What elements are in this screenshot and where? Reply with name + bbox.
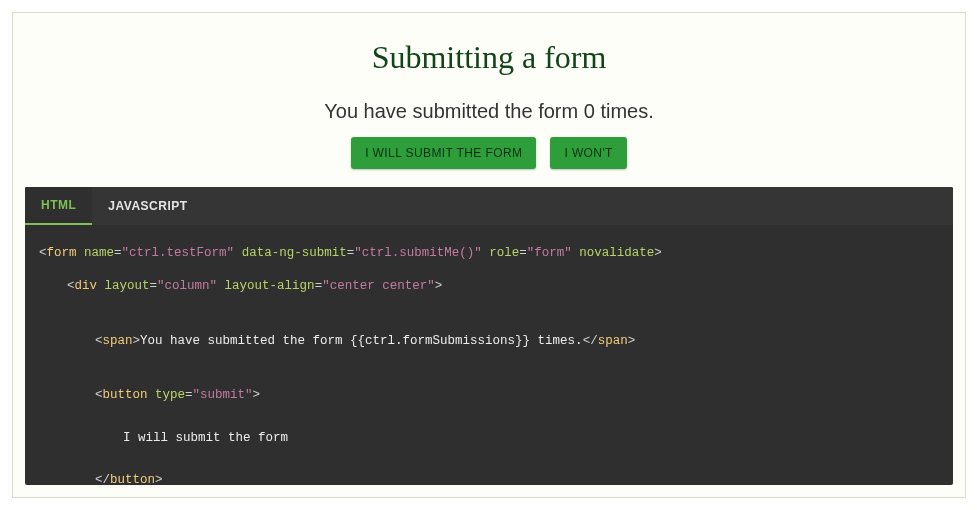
- tab-javascript[interactable]: JAVASCRIPT: [92, 187, 203, 225]
- button-row: I WILL SUBMIT THE FORM I WON'T: [351, 137, 627, 169]
- code-line-span: <span>You have submitted the form {{ctrl…: [95, 331, 939, 352]
- code-panel: HTML JAVASCRIPT <form name="ctrl.testFor…: [25, 187, 953, 485]
- submission-count-text: You have submitted the form 0 times.: [324, 100, 653, 123]
- wont-button[interactable]: I WON'T: [550, 137, 626, 169]
- code-line-div-open: <div layout="column" layout-align="cente…: [67, 276, 939, 297]
- page-title: Submitting a form: [372, 39, 607, 76]
- code-line-form-open: <form name="ctrl.testForm" data-ng-submi…: [39, 246, 662, 260]
- tab-html[interactable]: HTML: [25, 187, 92, 225]
- code-line-btn1-close: </button>: [95, 470, 939, 485]
- code-line-btn1-text: I will submit the form: [123, 428, 939, 449]
- submit-button[interactable]: I WILL SUBMIT THE FORM: [351, 137, 536, 169]
- code-line-btn1-open: <button type="submit">: [95, 385, 939, 406]
- demo-card: Submitting a form You have submitted the…: [12, 12, 966, 498]
- code-body: <form name="ctrl.testForm" data-ng-submi…: [25, 225, 953, 485]
- code-tabs: HTML JAVASCRIPT: [25, 187, 953, 225]
